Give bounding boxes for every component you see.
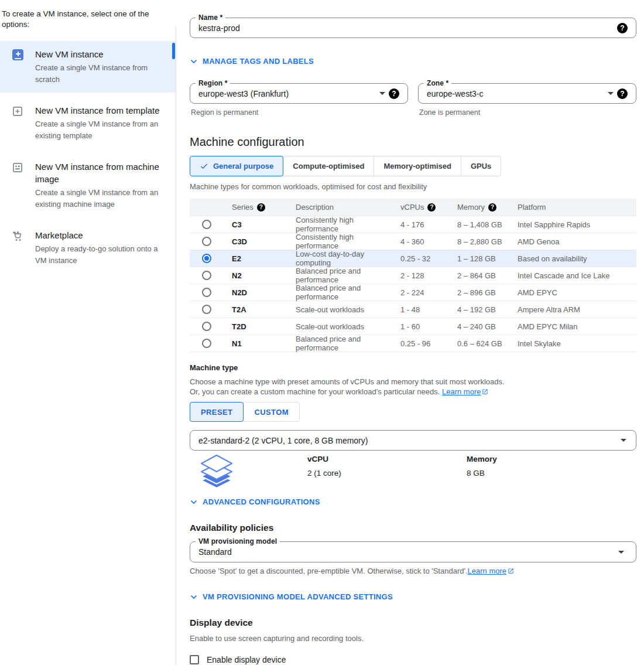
- option-new-vm-from-template[interactable]: New VM instance from template Create a s…: [0, 97, 176, 149]
- option-title: New VM instance: [35, 48, 167, 60]
- provisioning-helper: Choose 'Spot' to get a discounted, pre-e…: [190, 567, 636, 575]
- option-marketplace[interactable]: Marketplace Deploy a ready-to-go solutio…: [0, 222, 176, 274]
- option-description: Deploy a ready-to-go solution onto a VM …: [35, 243, 167, 267]
- memory-value: 8 GB: [467, 469, 497, 478]
- machine-type-learn-more-link[interactable]: Learn more: [442, 387, 488, 396]
- tab-gpus[interactable]: GPUs: [461, 156, 501, 176]
- availability-policies-title: Availability policies: [190, 523, 636, 533]
- region-help-icon[interactable]: ?: [389, 88, 399, 99]
- series-table: Series ? Description vCPUs ? Memory ? Pl…: [190, 199, 636, 352]
- table-row-e2[interactable]: E2 Low-cost day-to-day computing 0.25 - …: [190, 250, 636, 267]
- options-panel: To create a VM instance, select one of t…: [0, 0, 176, 274]
- check-icon: [200, 162, 208, 170]
- option-title: New VM instance from template: [35, 104, 167, 117]
- cart-icon: [12, 230, 24, 243]
- series-radio-n2[interactable]: [202, 271, 211, 280]
- advanced-configurations-label: ADVANCED CONFIGURATIONS: [203, 497, 320, 506]
- advanced-configurations-expander[interactable]: ADVANCED CONFIGURATIONS: [190, 497, 636, 506]
- series-radio-c3[interactable]: [202, 220, 211, 229]
- machine-image-icon: [12, 162, 23, 173]
- machine-family-tabs: General purpose Compute-optimised Memory…: [190, 156, 636, 176]
- series-radio-e2[interactable]: [202, 254, 211, 263]
- region-value: europe-west3 (Frankfurt): [198, 89, 374, 98]
- machine-type-select[interactable]: e2-standard-2 (2 vCPU, 1 core, 8 GB memo…: [190, 430, 636, 451]
- table-row-t2d[interactable]: T2D Scale-out workloads 1 - 60 4 – 240 G…: [190, 318, 636, 335]
- dropdown-arrow-icon: [621, 439, 626, 442]
- table-row-c3[interactable]: C3 Consistently high performance 4 - 176…: [190, 216, 636, 233]
- template-icon: [12, 105, 23, 117]
- options-intro: To create a VM instance, select one of t…: [0, 0, 176, 30]
- tab-custom[interactable]: CUSTOM: [243, 402, 300, 422]
- chevron-down-icon: [190, 57, 198, 66]
- preset-custom-tabs: PRESET CUSTOM: [190, 402, 636, 422]
- series-radio-n1[interactable]: [202, 339, 211, 348]
- option-new-vm-from-machine-image[interactable]: New VM instance from machine image Creat…: [0, 154, 176, 217]
- manage-tags-expander[interactable]: MANAGE TAGS AND LABELS: [190, 57, 636, 66]
- zone-helper: Zone is permanent: [418, 108, 636, 117]
- tab-preset[interactable]: PRESET: [190, 402, 244, 422]
- options-list: New VM instance Create a single VM insta…: [0, 41, 176, 274]
- provisioning-advanced-settings-expander[interactable]: VM PROVISIONING MODEL ADVANCED SETTINGS: [190, 592, 636, 601]
- header-description: Description: [296, 203, 400, 212]
- vcpu-label: vCPU: [307, 455, 341, 463]
- provisioning-value: Standard: [198, 547, 612, 557]
- option-description: Create a single VM instance from an exis…: [35, 118, 167, 142]
- header-vcpus: vCPUs: [400, 203, 424, 212]
- name-field-value[interactable]: kestra-prod: [198, 23, 611, 33]
- display-device-caption: Enable to use screen capturing and recor…: [190, 634, 636, 643]
- option-description: Create a single VM instance from scratch: [35, 62, 167, 86]
- dropdown-arrow-icon: [608, 92, 614, 95]
- enable-display-device-checkbox[interactable]: [190, 655, 199, 664]
- machine-type-spec: vCPU 2 (1 core) Memory 8 GB: [190, 453, 636, 490]
- option-new-vm-instance[interactable]: New VM instance Create a single VM insta…: [0, 41, 176, 93]
- zone-help-icon[interactable]: ?: [617, 88, 628, 99]
- zone-label: Zone *: [424, 79, 451, 87]
- external-link-icon: [482, 388, 488, 395]
- option-title: New VM instance from machine image: [35, 161, 167, 185]
- region-helper: Region is permanent: [190, 108, 408, 117]
- series-help-icon[interactable]: ?: [257, 203, 265, 212]
- series-radio-n2d[interactable]: [202, 288, 211, 297]
- table-row-t2a[interactable]: T2A Scale-out workloads 1 - 48 4 – 192 G…: [190, 301, 636, 318]
- layers-icon: [199, 453, 234, 489]
- name-field[interactable]: Name * kestra-prod ?: [190, 18, 636, 38]
- header-series: Series: [232, 203, 254, 212]
- display-device-title: Display device: [190, 618, 636, 628]
- option-title: Marketplace: [35, 229, 167, 241]
- machine-type-value: e2-standard-2 (2 vCPU, 1 core, 8 GB memo…: [198, 436, 615, 445]
- series-radio-c3d[interactable]: [202, 237, 211, 246]
- external-link-icon: [508, 568, 514, 574]
- table-row-n2d[interactable]: N2D Balanced price and performance 2 - 2…: [190, 284, 636, 301]
- provisioning-learn-more-link[interactable]: Learn more: [468, 567, 514, 575]
- name-help-icon[interactable]: ?: [617, 23, 628, 33]
- memory-help-icon[interactable]: ?: [488, 203, 496, 212]
- dropdown-arrow-icon: [379, 92, 385, 95]
- provisioning-advanced-settings-label: VM PROVISIONING MODEL ADVANCED SETTINGS: [203, 592, 393, 601]
- machine-configuration-title: Machine configuration: [190, 135, 636, 149]
- zone-value: europe-west3-c: [427, 89, 602, 98]
- tab-general-purpose[interactable]: General purpose: [190, 156, 283, 176]
- region-select[interactable]: Region * europe-west3 (Frankfurt) ?: [190, 83, 408, 104]
- machine-type-description: Choose a machine type with preset amount…: [190, 377, 636, 397]
- manage-tags-label: MANAGE TAGS AND LABELS: [203, 57, 314, 66]
- name-field-label: Name *: [196, 13, 225, 22]
- table-row-n2[interactable]: N2 Balanced price and performance 2 - 12…: [190, 267, 636, 284]
- chevron-down-icon: [190, 593, 198, 601]
- provisioning-label: VM provisioning model: [196, 537, 280, 545]
- chevron-down-icon: [190, 498, 198, 506]
- tab-compute-optimised[interactable]: Compute-optimised: [283, 156, 374, 176]
- zone-select[interactable]: Zone * europe-west3-c ?: [418, 83, 636, 104]
- vm-provisioning-model-select[interactable]: VM provisioning model Standard: [190, 541, 636, 562]
- tab-memory-optimised[interactable]: Memory-optimised: [374, 156, 461, 176]
- series-radio-t2d[interactable]: [202, 322, 211, 331]
- option-description: Create a single VM instance from an exis…: [35, 187, 167, 210]
- enable-display-device-row[interactable]: Enable display device: [190, 655, 636, 664]
- series-radio-t2a[interactable]: [202, 305, 211, 314]
- header-platform: Platform: [518, 203, 636, 212]
- machine-type-title: Machine type: [190, 363, 636, 372]
- table-row-n1[interactable]: N1 Balanced price and performance 0.25 -…: [190, 335, 636, 352]
- vcpus-help-icon[interactable]: ?: [427, 203, 436, 212]
- series-table-header: Series ? Description vCPUs ? Memory ? Pl…: [190, 199, 636, 216]
- table-row-c3d[interactable]: C3D Consistently high performance 4 - 36…: [190, 233, 636, 250]
- sidebar-scrollbar-thumb[interactable]: [172, 43, 175, 59]
